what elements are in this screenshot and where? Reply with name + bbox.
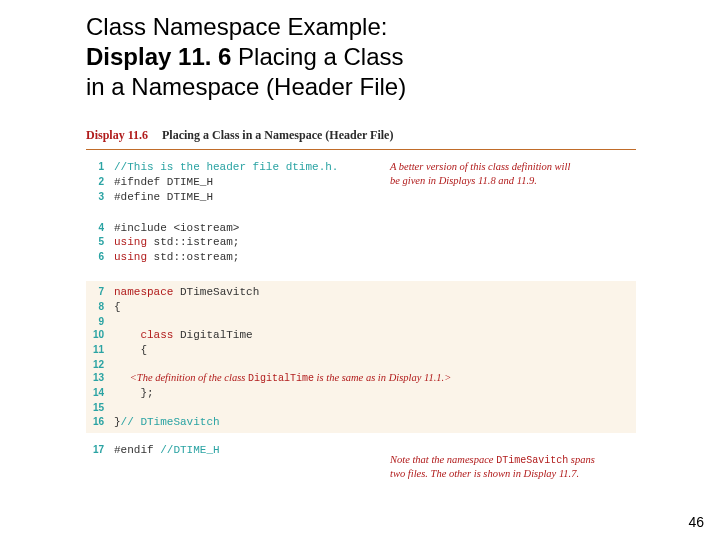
- lineno: 4: [86, 221, 114, 235]
- title-display-number: Display 11. 6: [86, 43, 231, 70]
- lineno: 8: [86, 300, 114, 314]
- code-text: std::ostream;: [147, 251, 239, 263]
- lineno: 16: [86, 415, 114, 429]
- code-text: DTimeSavitch: [173, 286, 259, 298]
- lineno: 12: [86, 358, 114, 372]
- lineno: 7: [86, 285, 114, 299]
- code-line: {: [114, 343, 147, 358]
- code-line: }// DTimeSavitch: [114, 415, 220, 430]
- code-line: {: [114, 300, 121, 315]
- code-placeholder: <The definition of the class DigitalTime…: [114, 371, 451, 386]
- lineno: 5: [86, 235, 114, 249]
- code-listing: 1//This is the header file dtime.h. 2#if…: [86, 160, 636, 458]
- lineno: 2: [86, 175, 114, 189]
- annot2-post: spans: [568, 454, 595, 465]
- keyword-namespace: namespace: [114, 286, 173, 298]
- code-line: using std::istream;: [114, 235, 239, 250]
- code-block-namespace: 7namespace DTimeSavitch 8{ 9 10 class Di…: [86, 281, 636, 433]
- annotation-spans-files: Note that the namespace DTimeSavitch spa…: [390, 453, 640, 481]
- figure-rule: [86, 149, 636, 150]
- figure-display-label: Display 11.6: [86, 128, 148, 143]
- lineno: 14: [86, 386, 114, 400]
- lineno: 15: [86, 401, 114, 415]
- title-line-2: Display 11. 6 Placing a Class: [86, 42, 646, 72]
- title-line-2-rest: Placing a Class: [231, 43, 403, 70]
- code-line: using std::ostream;: [114, 250, 239, 265]
- annot2-namespace: DTimeSavitch: [496, 455, 568, 466]
- code-text: #endif: [114, 444, 160, 456]
- title-line-3: in a Namespace (Header File): [86, 72, 646, 102]
- code-line: #include <iostream>: [114, 221, 239, 236]
- slide: Class Namespace Example: Display 11. 6 P…: [0, 0, 720, 540]
- lineno: 11: [86, 343, 114, 357]
- lineno: 10: [86, 328, 114, 342]
- figure-header: Display 11.6 Placing a Class in a Namesp…: [86, 128, 636, 145]
- placeholder-post: is the same as in Display 11.1.>: [314, 372, 451, 383]
- code-comment: // DTimeSavitch: [121, 416, 220, 428]
- lineno: 3: [86, 190, 114, 204]
- lineno: 13: [86, 371, 114, 385]
- lineno: 17: [86, 443, 114, 457]
- keyword-using: using: [114, 251, 147, 263]
- code-line: namespace DTimeSavitch: [114, 285, 259, 300]
- code-line: };: [114, 386, 154, 401]
- placeholder-classname: DigitalTime: [248, 373, 314, 384]
- code-text: std::istream;: [147, 236, 239, 248]
- lineno: 6: [86, 250, 114, 264]
- figure-caption: Placing a Class in a Namespace (Header F…: [162, 128, 393, 143]
- code-comment: //This is the header file dtime.h.: [114, 160, 338, 175]
- code-text: }: [114, 416, 121, 428]
- annot2-pre: Note that the namespace: [390, 454, 496, 465]
- code-comment: //DTIME_H: [160, 444, 219, 456]
- title-line-1: Class Namespace Example:: [86, 12, 646, 42]
- code-line: #ifndef DTIME_H: [114, 175, 213, 190]
- annotation-better-version: A better version of this class definitio…: [390, 160, 620, 187]
- slide-title: Class Namespace Example: Display 11. 6 P…: [86, 12, 646, 102]
- code-line: #define DTIME_H: [114, 190, 213, 205]
- annotation-line: Note that the namespace DTimeSavitch spa…: [390, 453, 640, 467]
- placeholder-pre: <The definition of the class: [114, 372, 248, 383]
- code-line: #endif //DTIME_H: [114, 443, 220, 458]
- annotation-line: A better version of this class definitio…: [390, 160, 620, 174]
- page-number: 46: [688, 514, 704, 530]
- keyword-class: class: [114, 329, 173, 341]
- code-line: class DigitalTime: [114, 328, 253, 343]
- code-block-includes: 4#include <iostream> 5using std::istream…: [86, 221, 636, 266]
- keyword-using: using: [114, 236, 147, 248]
- lineno: 1: [86, 160, 114, 174]
- lineno: 9: [86, 315, 114, 329]
- code-text: DigitalTime: [173, 329, 252, 341]
- annotation-line: be given in Displays 11.8 and 11.9.: [390, 174, 620, 188]
- annotation-line: two files. The other is shown in Display…: [390, 467, 640, 481]
